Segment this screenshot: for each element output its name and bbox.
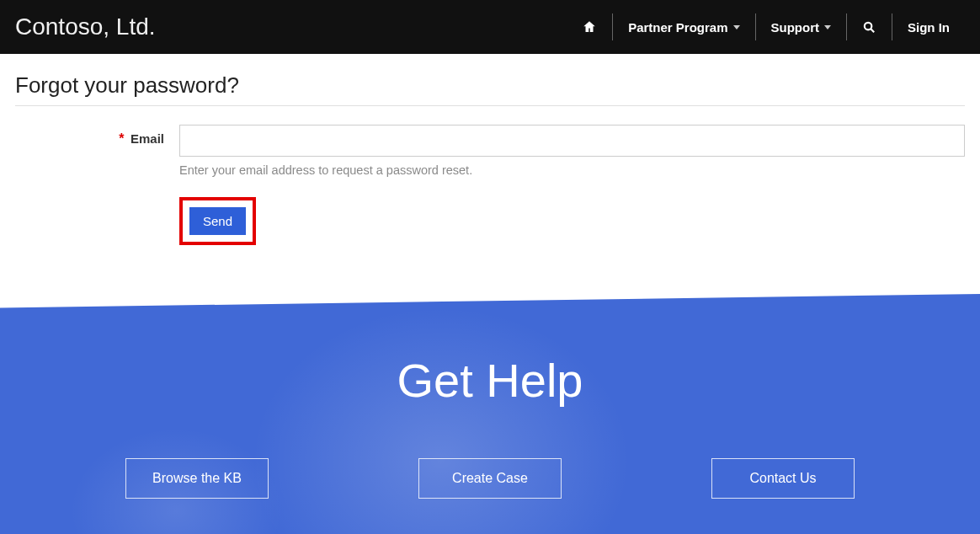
create-case-button[interactable]: Create Case <box>418 458 562 499</box>
nav-home[interactable] <box>567 13 612 40</box>
nav-signin[interactable]: Sign In <box>892 13 965 40</box>
home-icon <box>582 19 597 35</box>
hero-title: Get Help <box>397 353 583 408</box>
nav-partner-program[interactable]: Partner Program <box>612 13 754 40</box>
forgot-password-section: Forgot your password? * Email Enter your… <box>0 54 980 279</box>
top-navbar: Contoso, Ltd. Partner Program Support Si… <box>0 0 980 54</box>
chevron-down-icon <box>824 25 831 29</box>
send-button[interactable]: Send <box>189 207 246 235</box>
browse-kb-button[interactable]: Browse the KB <box>125 458 269 499</box>
nav-signin-label: Sign In <box>908 20 950 35</box>
contact-us-button[interactable]: Contact Us <box>711 458 855 499</box>
email-label: Email <box>130 131 164 146</box>
email-field[interactable] <box>179 125 965 157</box>
page-title: Forgot your password? <box>15 72 965 106</box>
send-highlight-box: Send <box>179 197 256 245</box>
brand-title[interactable]: Contoso, Ltd. <box>15 13 156 40</box>
svg-line-1 <box>871 29 874 32</box>
search-icon <box>862 20 876 35</box>
nav-support-label: Support <box>771 20 820 35</box>
email-help-text: Enter your email address to request a pa… <box>179 163 965 177</box>
required-asterisk: * <box>119 131 124 146</box>
nav-partner-label: Partner Program <box>628 20 727 35</box>
nav-support[interactable]: Support <box>755 13 847 40</box>
chevron-down-icon <box>733 25 740 29</box>
get-help-hero: Get Help Browse the KB Create Case Conta… <box>0 294 980 534</box>
svg-point-0 <box>865 22 872 29</box>
nav-search[interactable] <box>846 13 892 40</box>
